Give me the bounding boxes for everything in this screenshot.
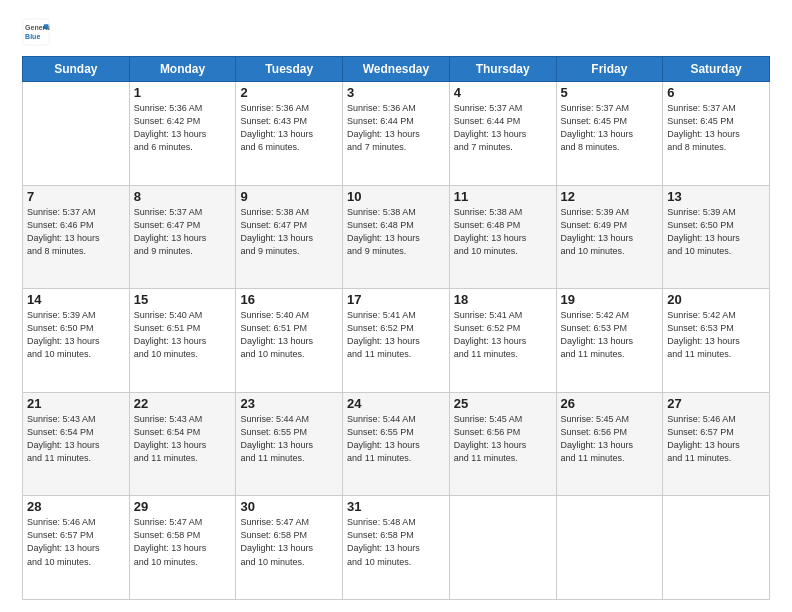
day-number: 26	[561, 396, 659, 411]
day-info: Sunrise: 5:39 AM Sunset: 6:49 PM Dayligh…	[561, 206, 659, 258]
calendar-cell: 27Sunrise: 5:46 AM Sunset: 6:57 PM Dayli…	[663, 392, 770, 496]
day-info: Sunrise: 5:47 AM Sunset: 6:58 PM Dayligh…	[134, 516, 232, 568]
day-info: Sunrise: 5:38 AM Sunset: 6:48 PM Dayligh…	[454, 206, 552, 258]
calendar-cell: 7Sunrise: 5:37 AM Sunset: 6:46 PM Daylig…	[23, 185, 130, 289]
day-info: Sunrise: 5:37 AM Sunset: 6:47 PM Dayligh…	[134, 206, 232, 258]
day-info: Sunrise: 5:41 AM Sunset: 6:52 PM Dayligh…	[347, 309, 445, 361]
day-info: Sunrise: 5:37 AM Sunset: 6:44 PM Dayligh…	[454, 102, 552, 154]
day-info: Sunrise: 5:45 AM Sunset: 6:56 PM Dayligh…	[561, 413, 659, 465]
day-info: Sunrise: 5:43 AM Sunset: 6:54 PM Dayligh…	[27, 413, 125, 465]
calendar-cell: 28Sunrise: 5:46 AM Sunset: 6:57 PM Dayli…	[23, 496, 130, 600]
weekday-header-tuesday: Tuesday	[236, 57, 343, 82]
day-info: Sunrise: 5:47 AM Sunset: 6:58 PM Dayligh…	[240, 516, 338, 568]
calendar-cell: 21Sunrise: 5:43 AM Sunset: 6:54 PM Dayli…	[23, 392, 130, 496]
calendar-table: SundayMondayTuesdayWednesdayThursdayFrid…	[22, 56, 770, 600]
day-number: 14	[27, 292, 125, 307]
day-info: Sunrise: 5:44 AM Sunset: 6:55 PM Dayligh…	[347, 413, 445, 465]
calendar-cell: 25Sunrise: 5:45 AM Sunset: 6:56 PM Dayli…	[449, 392, 556, 496]
day-info: Sunrise: 5:41 AM Sunset: 6:52 PM Dayligh…	[454, 309, 552, 361]
day-number: 17	[347, 292, 445, 307]
calendar-cell: 24Sunrise: 5:44 AM Sunset: 6:55 PM Dayli…	[343, 392, 450, 496]
day-info: Sunrise: 5:43 AM Sunset: 6:54 PM Dayligh…	[134, 413, 232, 465]
day-info: Sunrise: 5:36 AM Sunset: 6:44 PM Dayligh…	[347, 102, 445, 154]
day-number: 15	[134, 292, 232, 307]
day-number: 9	[240, 189, 338, 204]
calendar-cell: 15Sunrise: 5:40 AM Sunset: 6:51 PM Dayli…	[129, 289, 236, 393]
calendar-week-row: 14Sunrise: 5:39 AM Sunset: 6:50 PM Dayli…	[23, 289, 770, 393]
day-number: 19	[561, 292, 659, 307]
day-info: Sunrise: 5:46 AM Sunset: 6:57 PM Dayligh…	[667, 413, 765, 465]
calendar-week-row: 21Sunrise: 5:43 AM Sunset: 6:54 PM Dayli…	[23, 392, 770, 496]
calendar-cell: 19Sunrise: 5:42 AM Sunset: 6:53 PM Dayli…	[556, 289, 663, 393]
calendar-cell: 14Sunrise: 5:39 AM Sunset: 6:50 PM Dayli…	[23, 289, 130, 393]
day-number: 18	[454, 292, 552, 307]
day-number: 28	[27, 499, 125, 514]
day-number: 30	[240, 499, 338, 514]
calendar-week-row: 7Sunrise: 5:37 AM Sunset: 6:46 PM Daylig…	[23, 185, 770, 289]
calendar-cell: 4Sunrise: 5:37 AM Sunset: 6:44 PM Daylig…	[449, 82, 556, 186]
day-number: 21	[27, 396, 125, 411]
calendar-cell: 8Sunrise: 5:37 AM Sunset: 6:47 PM Daylig…	[129, 185, 236, 289]
day-number: 31	[347, 499, 445, 514]
day-number: 7	[27, 189, 125, 204]
calendar-cell: 11Sunrise: 5:38 AM Sunset: 6:48 PM Dayli…	[449, 185, 556, 289]
weekday-header-friday: Friday	[556, 57, 663, 82]
weekday-header-wednesday: Wednesday	[343, 57, 450, 82]
logo: General Blue	[22, 18, 52, 46]
logo-icon: General Blue	[22, 18, 50, 46]
calendar-cell: 6Sunrise: 5:37 AM Sunset: 6:45 PM Daylig…	[663, 82, 770, 186]
weekday-header-saturday: Saturday	[663, 57, 770, 82]
calendar-cell: 30Sunrise: 5:47 AM Sunset: 6:58 PM Dayli…	[236, 496, 343, 600]
day-number: 5	[561, 85, 659, 100]
calendar-cell	[663, 496, 770, 600]
calendar-cell: 1Sunrise: 5:36 AM Sunset: 6:42 PM Daylig…	[129, 82, 236, 186]
page: General Blue SundayMondayTuesdayWednesda…	[0, 0, 792, 612]
day-number: 4	[454, 85, 552, 100]
svg-text:Blue: Blue	[25, 33, 40, 40]
day-info: Sunrise: 5:42 AM Sunset: 6:53 PM Dayligh…	[667, 309, 765, 361]
day-info: Sunrise: 5:46 AM Sunset: 6:57 PM Dayligh…	[27, 516, 125, 568]
calendar-week-row: 1Sunrise: 5:36 AM Sunset: 6:42 PM Daylig…	[23, 82, 770, 186]
day-number: 25	[454, 396, 552, 411]
day-number: 11	[454, 189, 552, 204]
calendar-cell: 16Sunrise: 5:40 AM Sunset: 6:51 PM Dayli…	[236, 289, 343, 393]
calendar-cell: 5Sunrise: 5:37 AM Sunset: 6:45 PM Daylig…	[556, 82, 663, 186]
day-info: Sunrise: 5:42 AM Sunset: 6:53 PM Dayligh…	[561, 309, 659, 361]
calendar-cell: 29Sunrise: 5:47 AM Sunset: 6:58 PM Dayli…	[129, 496, 236, 600]
day-info: Sunrise: 5:40 AM Sunset: 6:51 PM Dayligh…	[134, 309, 232, 361]
day-number: 3	[347, 85, 445, 100]
day-info: Sunrise: 5:44 AM Sunset: 6:55 PM Dayligh…	[240, 413, 338, 465]
day-info: Sunrise: 5:39 AM Sunset: 6:50 PM Dayligh…	[667, 206, 765, 258]
calendar-cell	[23, 82, 130, 186]
day-number: 16	[240, 292, 338, 307]
day-info: Sunrise: 5:37 AM Sunset: 6:46 PM Dayligh…	[27, 206, 125, 258]
header: General Blue	[22, 18, 770, 46]
day-number: 8	[134, 189, 232, 204]
weekday-header-monday: Monday	[129, 57, 236, 82]
calendar-cell	[449, 496, 556, 600]
day-info: Sunrise: 5:36 AM Sunset: 6:43 PM Dayligh…	[240, 102, 338, 154]
day-info: Sunrise: 5:38 AM Sunset: 6:48 PM Dayligh…	[347, 206, 445, 258]
day-info: Sunrise: 5:45 AM Sunset: 6:56 PM Dayligh…	[454, 413, 552, 465]
calendar-cell: 23Sunrise: 5:44 AM Sunset: 6:55 PM Dayli…	[236, 392, 343, 496]
day-info: Sunrise: 5:37 AM Sunset: 6:45 PM Dayligh…	[667, 102, 765, 154]
calendar-cell: 3Sunrise: 5:36 AM Sunset: 6:44 PM Daylig…	[343, 82, 450, 186]
weekday-header-row: SundayMondayTuesdayWednesdayThursdayFrid…	[23, 57, 770, 82]
calendar-week-row: 28Sunrise: 5:46 AM Sunset: 6:57 PM Dayli…	[23, 496, 770, 600]
day-number: 12	[561, 189, 659, 204]
calendar-cell: 13Sunrise: 5:39 AM Sunset: 6:50 PM Dayli…	[663, 185, 770, 289]
calendar-cell: 18Sunrise: 5:41 AM Sunset: 6:52 PM Dayli…	[449, 289, 556, 393]
calendar-cell: 2Sunrise: 5:36 AM Sunset: 6:43 PM Daylig…	[236, 82, 343, 186]
calendar-cell: 10Sunrise: 5:38 AM Sunset: 6:48 PM Dayli…	[343, 185, 450, 289]
day-info: Sunrise: 5:36 AM Sunset: 6:42 PM Dayligh…	[134, 102, 232, 154]
calendar-cell: 9Sunrise: 5:38 AM Sunset: 6:47 PM Daylig…	[236, 185, 343, 289]
calendar-cell: 26Sunrise: 5:45 AM Sunset: 6:56 PM Dayli…	[556, 392, 663, 496]
calendar-cell: 22Sunrise: 5:43 AM Sunset: 6:54 PM Dayli…	[129, 392, 236, 496]
svg-rect-0	[23, 19, 49, 45]
calendar-cell: 20Sunrise: 5:42 AM Sunset: 6:53 PM Dayli…	[663, 289, 770, 393]
calendar-cell: 31Sunrise: 5:48 AM Sunset: 6:58 PM Dayli…	[343, 496, 450, 600]
day-info: Sunrise: 5:39 AM Sunset: 6:50 PM Dayligh…	[27, 309, 125, 361]
day-number: 22	[134, 396, 232, 411]
calendar-cell	[556, 496, 663, 600]
day-number: 1	[134, 85, 232, 100]
